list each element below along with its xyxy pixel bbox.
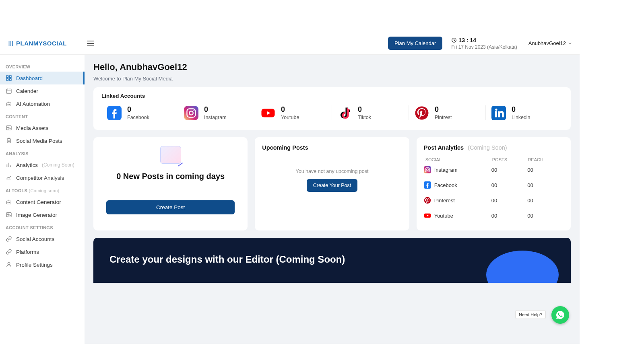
facebook-icon xyxy=(424,181,431,189)
sidebar-item-platforms[interactable]: Platforms xyxy=(0,245,85,258)
svg-point-14 xyxy=(9,202,10,203)
svg-rect-15 xyxy=(6,213,11,217)
sidebar-heading: ACCOUNT SETTINGS xyxy=(0,221,85,232)
svg-rect-11 xyxy=(7,139,10,143)
svg-rect-9 xyxy=(6,126,11,130)
clock: 13 : 14 Fri 17 Nov 2023 (Asia/Kolkata) xyxy=(451,37,517,50)
user-icon xyxy=(6,261,12,268)
analytics-col-social: Social xyxy=(424,157,492,162)
analytics-social-name: Facebook xyxy=(434,182,457,188)
analytics-reach-value: 00 xyxy=(527,167,564,173)
editor-heading: Create your designs with our Editor (Com… xyxy=(109,254,555,265)
svg-rect-6 xyxy=(7,103,11,106)
pinterest-icon xyxy=(415,106,429,120)
account-youtube[interactable]: 0 Youtube xyxy=(255,104,332,122)
hamburger-icon xyxy=(87,41,94,46)
svg-point-22 xyxy=(193,109,194,111)
create-your-post-button[interactable]: Create Your Post xyxy=(307,179,358,192)
sidebar-item-label: Calender xyxy=(16,88,38,94)
svg-point-10 xyxy=(8,127,9,128)
logo-icon xyxy=(7,40,14,47)
analytics-posts-value: 00 xyxy=(491,213,528,219)
brand-logo[interactable]: PLANMYSOCIAL xyxy=(7,40,67,47)
analytics-social-name: Pinterest xyxy=(434,197,455,204)
linked-accounts-title: Linked Accounts xyxy=(101,93,563,99)
sidebar-item-profile-settings[interactable]: Profile Settings xyxy=(0,258,85,271)
page-subtitle: Welcome to Plan My Social Media xyxy=(93,76,571,82)
account-instagram[interactable]: 0 Instagram xyxy=(178,104,255,122)
analytics-header-row: Social Posts Reach xyxy=(424,157,564,162)
svg-rect-5 xyxy=(6,89,11,93)
new-posts-illustration xyxy=(160,146,181,164)
calendar-icon xyxy=(6,88,12,94)
account-name: Youtube xyxy=(281,115,299,120)
sidebar-item-calender[interactable]: Calender xyxy=(0,84,85,97)
sidebar-item-label: Profile Settings xyxy=(16,262,53,268)
sidebar-item-content-generator[interactable]: Content Generator xyxy=(0,195,85,208)
link-icon xyxy=(6,249,12,255)
need-help-tooltip: Need Help? xyxy=(515,310,546,319)
sidebar-heading: OVERVIEW xyxy=(0,60,85,72)
sidebar-item-label: Analytics xyxy=(16,162,38,168)
sidebar-item-label: Content Generator xyxy=(16,199,61,205)
plan-my-calendar-button[interactable]: Plan My Calendar xyxy=(388,37,442,50)
user-menu[interactable]: AnubhavGoel12 xyxy=(528,40,572,46)
menu-toggle-button[interactable] xyxy=(87,41,94,46)
whatsapp-help-button[interactable] xyxy=(551,306,569,324)
account-tiktok[interactable]: 0 Tiktok xyxy=(332,104,409,122)
linkedin-icon xyxy=(491,106,506,120)
svg-point-8 xyxy=(9,104,10,105)
linked-accounts-card: Linked Accounts 0 Facebook 0 Instagram 0… xyxy=(93,87,571,130)
brand-text: PLANMYSOCIAL xyxy=(16,40,67,47)
sidebar-item-media-assets[interactable]: Media Assets xyxy=(0,121,85,134)
svg-rect-2 xyxy=(9,76,11,78)
bars-icon xyxy=(6,162,12,168)
topbar: PLANMYSOCIAL Plan My Calendar 13 : 14 Fr… xyxy=(0,32,580,55)
account-name: Instagram xyxy=(204,115,227,120)
post-analytics-card: Post Analytics (Coming Soon) Social Post… xyxy=(417,137,571,230)
pinterest-icon xyxy=(424,197,431,204)
main-content: Hello, AnubhavGoel12 Welcome to Plan My … xyxy=(85,55,580,344)
account-count: 0 xyxy=(127,105,149,114)
upcoming-posts-card: Upcoming Posts You have not any upcoming… xyxy=(255,137,409,230)
analytics-social-name: Instagram xyxy=(434,167,458,173)
sidebar-item-social-media-posts[interactable]: Social Media Posts xyxy=(0,134,85,147)
analytics-col-posts: Posts xyxy=(492,157,528,162)
tiktok-icon xyxy=(338,106,352,120)
account-name: Linkedin xyxy=(512,115,530,120)
instagram-icon xyxy=(184,106,198,120)
create-post-button[interactable]: Create Post xyxy=(106,200,235,214)
sidebar-item-competitor-analysis[interactable]: Competitor Analysis xyxy=(0,171,85,184)
account-pintrest[interactable]: 0 Pintrest xyxy=(409,104,486,122)
svg-point-7 xyxy=(8,104,8,105)
analytics-row: Instagram 00 00 xyxy=(424,162,564,177)
upcoming-empty-message: You have not any upcoming post xyxy=(262,169,402,174)
account-facebook[interactable]: 0 Facebook xyxy=(101,104,178,122)
sidebar-item-ai-automation[interactable]: AI Automation xyxy=(0,97,85,110)
analytics-reach-value: 00 xyxy=(527,213,564,219)
analytics-row: Facebook 00 00 xyxy=(424,177,564,193)
account-count: 0 xyxy=(281,105,299,114)
account-count: 0 xyxy=(435,105,452,114)
analytics-social-name: Youtube xyxy=(434,213,453,219)
sidebar-item-social-accounts[interactable]: Social Accounts xyxy=(0,232,85,245)
svg-point-29 xyxy=(428,168,429,169)
sidebar-item-analytics[interactable]: Analytics (Coming Soon) xyxy=(0,158,85,171)
sidebar-item-dashboard[interactable]: Dashboard xyxy=(0,72,85,84)
svg-point-16 xyxy=(8,214,9,215)
clock-icon xyxy=(451,37,457,43)
youtube-icon xyxy=(424,212,431,219)
svg-point-17 xyxy=(8,263,10,265)
user-name: AnubhavGoel12 xyxy=(528,40,566,46)
account-linkedin[interactable]: 0 Linkedin xyxy=(486,104,563,122)
svg-rect-19 xyxy=(184,106,198,120)
account-name: Tiktok xyxy=(358,115,371,120)
account-count: 0 xyxy=(512,105,530,114)
analytics-coming-soon: (Coming Soon) xyxy=(468,144,507,151)
sidebar-item-image-generator[interactable]: Image Generator xyxy=(0,208,85,221)
account-count: 0 xyxy=(358,105,371,114)
clipboard-icon xyxy=(6,138,12,144)
analytics-col-reach: Reach xyxy=(528,157,564,162)
sidebar-heading: CONTENT xyxy=(0,110,85,121)
sidebar-item-label: Media Assets xyxy=(16,125,48,131)
